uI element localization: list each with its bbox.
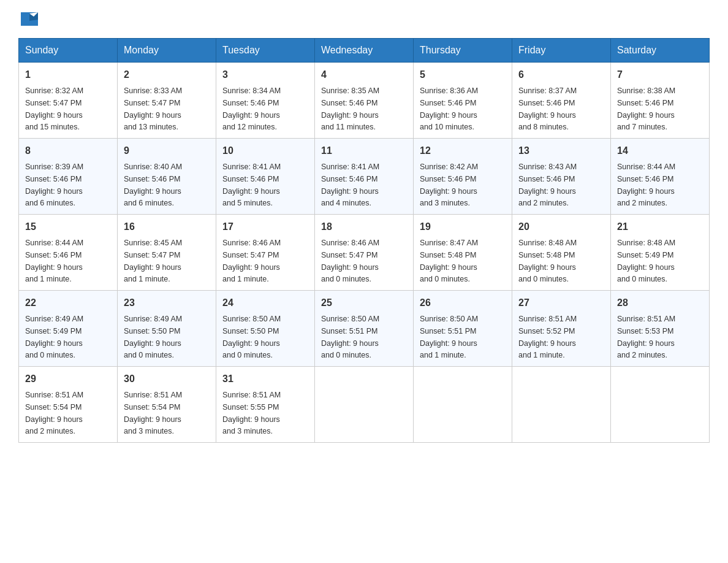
day-info: Sunrise: 8:50 AM Sunset: 5:51 PM Dayligh…: [420, 315, 478, 359]
calendar-day-cell: 2 Sunrise: 8:33 AM Sunset: 5:47 PM Dayli…: [118, 63, 216, 139]
calendar-day-cell: 6 Sunrise: 8:37 AM Sunset: 5:46 PM Dayli…: [512, 63, 611, 139]
day-number: 20: [518, 220, 604, 234]
day-info: Sunrise: 8:45 AM Sunset: 5:47 PM Dayligh…: [124, 239, 182, 283]
calendar-day-cell: 3 Sunrise: 8:34 AM Sunset: 5:46 PM Dayli…: [216, 63, 315, 139]
day-info: Sunrise: 8:32 AM Sunset: 5:47 PM Dayligh…: [25, 86, 83, 131]
page-header: [18, 12, 710, 26]
calendar-day-cell: 31 Sunrise: 8:51 AM Sunset: 5:55 PM Dayl…: [216, 367, 315, 443]
day-number: 18: [321, 220, 407, 234]
calendar-day-cell: 24 Sunrise: 8:50 AM Sunset: 5:50 PM Dayl…: [216, 291, 315, 367]
day-info: Sunrise: 8:42 AM Sunset: 5:46 PM Dayligh…: [420, 163, 478, 207]
day-number: 29: [25, 372, 111, 386]
day-info: Sunrise: 8:51 AM Sunset: 5:53 PM Dayligh…: [617, 315, 675, 359]
day-number: 28: [617, 296, 703, 310]
day-number: 2: [124, 67, 210, 82]
day-info: Sunrise: 8:44 AM Sunset: 5:46 PM Dayligh…: [25, 239, 83, 283]
day-info: Sunrise: 8:37 AM Sunset: 5:46 PM Dayligh…: [518, 86, 577, 131]
day-of-week-header: Friday: [512, 39, 611, 63]
day-of-week-header: Wednesday: [315, 39, 414, 63]
day-number: 6: [518, 67, 604, 82]
day-number: 13: [518, 144, 604, 158]
day-number: 30: [124, 372, 210, 386]
calendar-week-row: 22 Sunrise: 8:49 AM Sunset: 5:49 PM Dayl…: [19, 291, 710, 367]
logo-flag-icon: [21, 12, 38, 26]
calendar-day-cell: 5 Sunrise: 8:36 AM Sunset: 5:46 PM Dayli…: [414, 63, 512, 139]
calendar-day-cell: 7 Sunrise: 8:38 AM Sunset: 5:46 PM Dayli…: [611, 63, 710, 139]
calendar-day-cell: 11 Sunrise: 8:41 AM Sunset: 5:46 PM Dayl…: [315, 139, 414, 215]
day-of-week-header: Saturday: [611, 39, 710, 63]
calendar-week-row: 8 Sunrise: 8:39 AM Sunset: 5:46 PM Dayli…: [19, 139, 710, 215]
calendar-day-cell: [315, 367, 414, 443]
calendar-day-cell: 20 Sunrise: 8:48 AM Sunset: 5:48 PM Dayl…: [512, 215, 611, 291]
calendar-day-cell: [611, 367, 710, 443]
calendar-week-row: 1 Sunrise: 8:32 AM Sunset: 5:47 PM Dayli…: [19, 63, 710, 139]
day-info: Sunrise: 8:51 AM Sunset: 5:52 PM Dayligh…: [518, 315, 577, 359]
day-of-week-header: Thursday: [414, 39, 512, 63]
calendar-day-cell: 22 Sunrise: 8:49 AM Sunset: 5:49 PM Dayl…: [19, 291, 118, 367]
calendar-day-cell: 13 Sunrise: 8:43 AM Sunset: 5:46 PM Dayl…: [512, 139, 611, 215]
day-number: 8: [25, 144, 111, 158]
day-info: Sunrise: 8:51 AM Sunset: 5:55 PM Dayligh…: [222, 391, 281, 435]
calendar-day-cell: 27 Sunrise: 8:51 AM Sunset: 5:52 PM Dayl…: [512, 291, 611, 367]
calendar-day-cell: 4 Sunrise: 8:35 AM Sunset: 5:46 PM Dayli…: [315, 63, 414, 139]
day-number: 11: [321, 144, 407, 158]
calendar-day-cell: 9 Sunrise: 8:40 AM Sunset: 5:46 PM Dayli…: [118, 139, 216, 215]
day-number: 27: [518, 296, 604, 310]
day-info: Sunrise: 8:41 AM Sunset: 5:46 PM Dayligh…: [321, 163, 379, 207]
day-info: Sunrise: 8:35 AM Sunset: 5:46 PM Dayligh…: [321, 86, 379, 131]
calendar-day-cell: 21 Sunrise: 8:48 AM Sunset: 5:49 PM Dayl…: [611, 215, 710, 291]
day-info: Sunrise: 8:48 AM Sunset: 5:48 PM Dayligh…: [518, 239, 577, 283]
day-number: 24: [222, 296, 308, 310]
calendar-day-cell: 15 Sunrise: 8:44 AM Sunset: 5:46 PM Dayl…: [19, 215, 118, 291]
day-number: 31: [222, 372, 308, 386]
calendar-day-cell: 10 Sunrise: 8:41 AM Sunset: 5:46 PM Dayl…: [216, 139, 315, 215]
day-number: 19: [420, 220, 506, 234]
day-number: 5: [420, 67, 506, 82]
day-number: 3: [222, 67, 308, 82]
calendar-week-row: 29 Sunrise: 8:51 AM Sunset: 5:54 PM Dayl…: [19, 367, 710, 443]
calendar-day-cell: 19 Sunrise: 8:47 AM Sunset: 5:48 PM Dayl…: [414, 215, 512, 291]
day-number: 25: [321, 296, 407, 310]
day-info: Sunrise: 8:40 AM Sunset: 5:46 PM Dayligh…: [124, 163, 182, 207]
calendar-day-cell: 8 Sunrise: 8:39 AM Sunset: 5:46 PM Dayli…: [19, 139, 118, 215]
day-info: Sunrise: 8:51 AM Sunset: 5:54 PM Dayligh…: [124, 391, 182, 435]
calendar-day-cell: 1 Sunrise: 8:32 AM Sunset: 5:47 PM Dayli…: [19, 63, 118, 139]
day-info: Sunrise: 8:50 AM Sunset: 5:50 PM Dayligh…: [222, 315, 281, 359]
day-info: Sunrise: 8:46 AM Sunset: 5:47 PM Dayligh…: [321, 239, 379, 283]
day-info: Sunrise: 8:51 AM Sunset: 5:54 PM Dayligh…: [25, 391, 83, 435]
day-info: Sunrise: 8:49 AM Sunset: 5:50 PM Dayligh…: [124, 315, 182, 359]
day-info: Sunrise: 8:44 AM Sunset: 5:46 PM Dayligh…: [617, 163, 675, 207]
day-info: Sunrise: 8:34 AM Sunset: 5:46 PM Dayligh…: [222, 86, 281, 131]
day-of-week-header: Sunday: [19, 39, 118, 63]
day-number: 4: [321, 67, 407, 82]
calendar-day-cell: 12 Sunrise: 8:42 AM Sunset: 5:46 PM Dayl…: [414, 139, 512, 215]
calendar-day-cell: [512, 367, 611, 443]
day-number: 10: [222, 144, 308, 158]
calendar-day-cell: 23 Sunrise: 8:49 AM Sunset: 5:50 PM Dayl…: [118, 291, 216, 367]
calendar-header-row: SundayMondayTuesdayWednesdayThursdayFrid…: [19, 39, 710, 63]
calendar-week-row: 15 Sunrise: 8:44 AM Sunset: 5:46 PM Dayl…: [19, 215, 710, 291]
logo: [18, 12, 38, 26]
day-number: 22: [25, 296, 111, 310]
day-number: 15: [25, 220, 111, 234]
day-of-week-header: Monday: [118, 39, 216, 63]
day-number: 12: [420, 144, 506, 158]
day-info: Sunrise: 8:46 AM Sunset: 5:47 PM Dayligh…: [222, 239, 281, 283]
day-info: Sunrise: 8:41 AM Sunset: 5:46 PM Dayligh…: [222, 163, 281, 207]
day-of-week-header: Tuesday: [216, 39, 315, 63]
day-number: 7: [617, 67, 703, 82]
calendar-day-cell: 17 Sunrise: 8:46 AM Sunset: 5:47 PM Dayl…: [216, 215, 315, 291]
day-info: Sunrise: 8:48 AM Sunset: 5:49 PM Dayligh…: [617, 239, 675, 283]
day-info: Sunrise: 8:43 AM Sunset: 5:46 PM Dayligh…: [518, 163, 577, 207]
calendar-day-cell: [414, 367, 512, 443]
day-info: Sunrise: 8:36 AM Sunset: 5:46 PM Dayligh…: [420, 86, 478, 131]
day-number: 17: [222, 220, 308, 234]
day-number: 23: [124, 296, 210, 310]
calendar-day-cell: 29 Sunrise: 8:51 AM Sunset: 5:54 PM Dayl…: [19, 367, 118, 443]
calendar-day-cell: 28 Sunrise: 8:51 AM Sunset: 5:53 PM Dayl…: [611, 291, 710, 367]
day-number: 1: [25, 67, 111, 82]
day-info: Sunrise: 8:47 AM Sunset: 5:48 PM Dayligh…: [420, 239, 478, 283]
calendar-day-cell: 26 Sunrise: 8:50 AM Sunset: 5:51 PM Dayl…: [414, 291, 512, 367]
day-number: 14: [617, 144, 703, 158]
day-info: Sunrise: 8:38 AM Sunset: 5:46 PM Dayligh…: [617, 86, 675, 131]
